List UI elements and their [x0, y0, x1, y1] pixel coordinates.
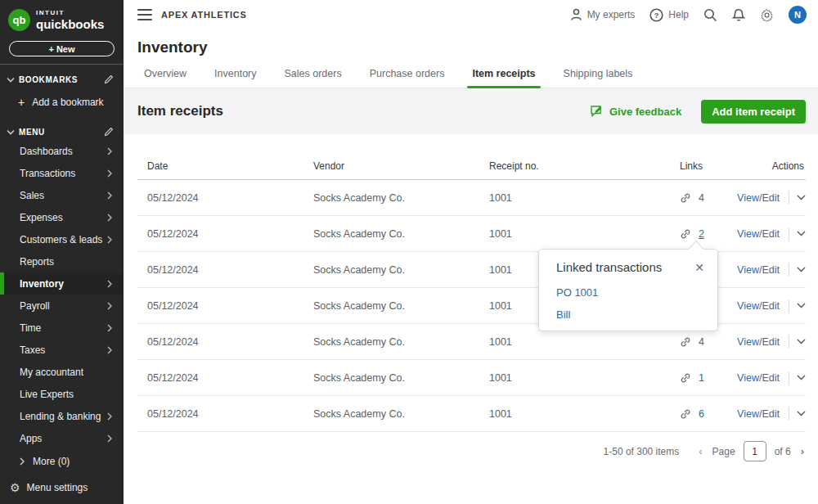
bookmarks-label: BOOKMARKS [19, 75, 104, 84]
chevron-down-icon [7, 77, 15, 83]
page-number-input[interactable] [744, 441, 766, 461]
row-actions-chevron-icon[interactable] [797, 411, 806, 416]
view-edit-link[interactable]: View/Edit [737, 408, 780, 420]
chevron-down-icon [7, 129, 15, 135]
view-edit-link[interactable]: View/Edit [737, 336, 780, 348]
view-edit-link[interactable]: View/Edit [737, 264, 780, 276]
tab-bar: Overview Inventory Sales orders Purchase… [124, 56, 818, 88]
row-actions-chevron-icon[interactable] [797, 231, 806, 236]
view-edit-link[interactable]: View/Edit [737, 192, 780, 204]
close-icon[interactable]: ✕ [693, 260, 706, 275]
chevron-right-icon [107, 434, 112, 443]
tab-item-receipts[interactable]: Item receipts [472, 68, 535, 88]
cell-receipt-no: 1001 [489, 336, 680, 348]
sidebar-item-transactions[interactable]: Transactions [0, 162, 124, 184]
links-count[interactable]: 2 [699, 228, 704, 240]
new-button[interactable]: + New [9, 41, 115, 56]
menu-section-header[interactable]: MENU [0, 117, 124, 140]
row-actions-chevron-icon[interactable] [797, 339, 806, 344]
sidebar-item-live-experts[interactable]: Live Experts [0, 383, 124, 405]
add-bookmark-button[interactable]: + Add a bookmark [0, 88, 124, 117]
previous-page-chevron-icon[interactable]: ‹ [697, 445, 703, 457]
add-item-receipt-button[interactable]: Add item receipt [701, 100, 806, 124]
links-count[interactable]: 1 [699, 372, 704, 384]
tab-inventory[interactable]: Inventory [214, 68, 256, 88]
link-icon [680, 192, 691, 204]
cell-actions: View/Edit [737, 299, 806, 313]
cell-date: 05/12/2024 [137, 408, 313, 420]
sidebar-item-inventory[interactable]: Inventory [0, 272, 124, 295]
cell-links: 4 [680, 336, 737, 348]
cell-links: 1 [680, 372, 737, 384]
sidebar-item-dashboards[interactable]: Dashboards [0, 140, 124, 162]
linked-transaction-link[interactable]: PO 1001 [556, 286, 706, 299]
settings-gear-icon[interactable] [760, 8, 774, 22]
sidebar-item-apps[interactable]: Apps [0, 427, 124, 449]
edit-menu-pencil-icon[interactable] [104, 127, 114, 137]
view-edit-link[interactable]: View/Edit [737, 300, 780, 312]
cell-date: 05/12/2024 [137, 192, 313, 204]
hamburger-menu-icon[interactable] [137, 9, 152, 20]
sidebar-item-payroll[interactable]: Payroll [0, 295, 124, 317]
sidebar-item-more[interactable]: More (0) [0, 449, 124, 474]
my-experts-button[interactable]: My experts [570, 8, 636, 21]
help-icon: ? [649, 8, 663, 22]
give-feedback-button[interactable]: Give feedback [590, 105, 681, 118]
help-button[interactable]: ? Help [649, 8, 689, 22]
sidebar-item-customers-leads[interactable]: Customers & leads [0, 228, 124, 250]
sidebar-item-my-accountant[interactable]: My accountant [0, 361, 124, 383]
cell-date: 05/12/2024 [137, 264, 313, 276]
popup-title: Linked transactions [556, 260, 693, 274]
sidebar-item-reports[interactable]: Reports [0, 250, 124, 272]
sidebar-menu: Dashboards Transactions Sales Expenses C… [0, 140, 124, 449]
action-divider [789, 263, 789, 277]
chevron-right-icon [107, 169, 112, 178]
bookmarks-section-header[interactable]: BOOKMARKS [0, 65, 124, 88]
cell-actions: View/Edit [737, 335, 806, 349]
chevron-right-icon [107, 280, 112, 288]
row-actions-chevron-icon[interactable] [797, 375, 806, 380]
links-count[interactable]: 4 [699, 336, 704, 348]
chevron-right-icon [107, 147, 112, 155]
company-name: APEX ATHLETICS [161, 10, 247, 20]
cell-actions: View/Edit [737, 191, 806, 205]
cell-receipt-no: 1001 [489, 192, 680, 204]
edit-bookmarks-pencil-icon[interactable] [104, 74, 114, 84]
search-icon[interactable] [703, 8, 717, 22]
links-count[interactable]: 6 [699, 408, 704, 420]
feedback-bubble-icon [590, 105, 604, 118]
notifications-bell-icon[interactable] [732, 8, 745, 22]
action-divider [789, 407, 789, 421]
chevron-right-icon [107, 324, 112, 332]
sidebar-item-time[interactable]: Time [0, 317, 124, 339]
menu-settings-label: Menu settings [27, 482, 88, 493]
table-row: 05/12/2024 Socks Academy Co. 1001 2 View… [137, 216, 806, 252]
tab-purchase-orders[interactable]: Purchase orders [370, 68, 445, 88]
row-actions-chevron-icon[interactable] [797, 303, 806, 308]
user-avatar[interactable]: N [789, 6, 807, 24]
cell-vendor: Socks Academy Co. [313, 408, 489, 420]
links-count[interactable]: 4 [699, 192, 704, 204]
row-actions-chevron-icon[interactable] [797, 267, 806, 272]
view-edit-link[interactable]: View/Edit [737, 372, 780, 384]
chevron-right-icon [20, 457, 25, 466]
cell-vendor: Socks Academy Co. [313, 336, 489, 348]
row-actions-chevron-icon[interactable] [797, 195, 806, 200]
link-icon [680, 336, 691, 348]
view-edit-link[interactable]: View/Edit [737, 228, 780, 240]
tab-shipping-labels[interactable]: Shipping labels [564, 68, 633, 88]
cell-links: 4 [680, 192, 737, 204]
sidebar-item-lending-banking[interactable]: Lending & banking [0, 405, 124, 427]
next-page-chevron-icon[interactable]: › [799, 445, 806, 457]
linked-transaction-link[interactable]: Bill [556, 308, 706, 321]
action-divider [789, 371, 789, 385]
tab-sales-orders[interactable]: Sales orders [285, 68, 342, 88]
sidebar-item-taxes[interactable]: Taxes [0, 339, 124, 361]
sidebar-item-expenses[interactable]: Expenses [0, 206, 124, 228]
menu-settings-button[interactable]: ⚙ Menu settings [0, 477, 124, 498]
tab-overview[interactable]: Overview [144, 68, 187, 88]
sidebar-item-sales[interactable]: Sales [0, 184, 124, 206]
chevron-right-icon [107, 191, 112, 200]
chevron-right-icon [107, 412, 112, 421]
quickbooks-logo: qb INTUIT quickbooks [0, 0, 124, 38]
